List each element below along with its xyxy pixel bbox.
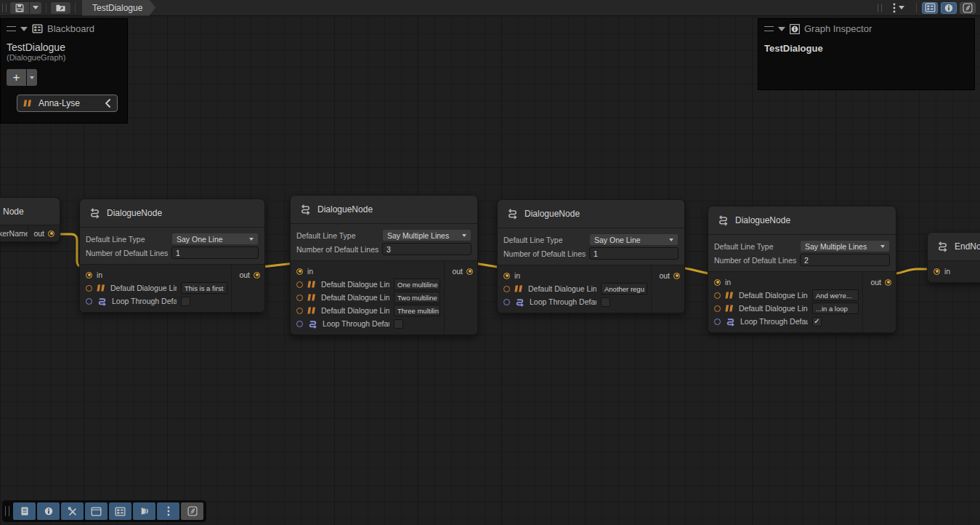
out-port-label: out [870,278,881,286]
number-of-lines-field[interactable]: 1 [589,247,679,260]
dialogue-line-field[interactable]: ...in a loop [812,302,859,314]
node-dialogue-3[interactable]: DialogueNodeDefault Line TypeSay One Lin… [497,199,685,313]
port-exec[interactable] [296,268,303,275]
bottom-toolbar-doc-button[interactable] [13,502,36,520]
loop-checkbox[interactable]: ✓ [812,317,822,326]
chevron-left-icon[interactable] [105,99,111,108]
drag-handle-icon[interactable] [7,26,16,31]
quill-icon [187,506,198,516]
port-label: in [307,267,313,276]
kebab-icon [167,506,170,516]
port-loop[interactable] [503,299,510,305]
in-port-label: in [944,267,950,276]
quote-icon [307,294,317,301]
tab-testdialogue[interactable]: TestDialogue [82,0,155,16]
bottom-toolbar-info-button[interactable] [37,502,60,520]
port-loop[interactable] [86,298,92,305]
port-label: Default Dialogue Line 1 [739,291,808,300]
dialogue-line-field[interactable]: Two multiline [394,292,440,303]
toggle-graph-inspector-button[interactable] [941,2,957,14]
node-body: inDefault Dialogue LineThis is a firstLo… [80,264,264,312]
node-dialogue-2[interactable]: DialogueNodeDefault Line TypeSay Multipl… [290,195,478,335]
port-loop[interactable] [714,318,721,325]
toolbar-drag-handle[interactable] [878,4,882,12]
port-exec[interactable] [934,268,940,275]
graph-canvas[interactable]: NodekerNameoutDialogueNodeDefault Line T… [0,0,980,525]
node-properties: Default Line TypeSay One LineNumber of D… [498,228,684,265]
line-type-dropdown[interactable]: Say Multiple Lines [382,229,471,241]
blackboard-item-anna-lyse[interactable]: Anna-Lyse [17,95,118,112]
toolbar-drag-handle[interactable] [5,506,9,516]
line-type-dropdown[interactable]: Say One Line [589,233,679,246]
dialogue-line-field[interactable]: Another regu [601,283,647,294]
port-quote[interactable] [714,292,721,299]
node-header: EndNode [928,233,980,260]
input-port-row: Default Dialogue LineThis is a first [86,281,227,294]
dialogue-line-field[interactable]: This is a first [181,282,227,294]
port-quote[interactable] [714,305,721,312]
bottom-toolbar-tools-button[interactable] [61,502,84,520]
port-exec[interactable] [714,279,721,286]
node-dialogue-4[interactable]: DialogueNodeDefault Line TypeSay Multipl… [708,206,896,333]
property-label: Default Line Type [714,242,800,251]
loop-checkbox[interactable] [601,297,610,307]
node-start[interactable]: NodekerNameout [0,197,60,242]
dialogue-line-field[interactable]: And we're... [812,289,859,301]
collapse-triangle-icon[interactable] [20,27,28,31]
toggle-blackboard-button[interactable] [922,2,938,14]
port-quote[interactable] [296,308,303,314]
blackboard-icon [32,24,43,33]
node-properties: Default Line TypeSay Multiple LinesNumbe… [708,234,896,271]
options-button[interactable] [886,2,911,14]
line-type-dropdown[interactable]: Say Multiple Lines [800,240,890,252]
toggle-quill-button[interactable] [960,2,976,14]
bottom-toolbar-options-button[interactable] [157,502,179,520]
port-quote[interactable] [296,294,303,301]
dialogue-line-field[interactable]: Three multilin [394,305,440,316]
port-exec[interactable] [466,268,473,275]
open-asset-button[interactable] [51,2,70,14]
node-end[interactable]: EndNodein [927,232,980,283]
bottom-toolbar-quill-button[interactable] [181,502,203,520]
bottom-toolbar-fade-button[interactable] [133,502,155,520]
property-row: Number of Default Lines3 [296,243,471,255]
number-of-lines-field[interactable]: 2 [800,254,890,266]
add-variable-options-button[interactable] [27,69,37,86]
port-exec[interactable] [503,273,510,279]
line-type-dropdown[interactable]: Say One Line [171,233,259,245]
port-exec[interactable] [673,273,680,279]
save-button[interactable] [10,2,29,14]
bottom-toolbar-window-button[interactable] [85,502,108,520]
dropdown-value: Say One Line [177,235,223,244]
bottom-toolbar-blackboard-button[interactable] [109,502,131,520]
port-quote[interactable] [503,286,510,292]
collapse-triangle-icon[interactable] [778,27,785,31]
drag-handle-icon[interactable] [764,26,774,31]
port-exec[interactable] [885,279,891,286]
quill-icon [963,3,973,13]
dialogue-line-field[interactable]: One multiline [394,278,440,290]
speaker-name-label: kerName [0,225,28,241]
port-exec[interactable] [48,231,54,237]
property-label: Default Line Type [503,236,589,244]
number-of-lines-field[interactable]: 3 [382,243,471,255]
port-loop[interactable] [296,321,303,327]
port-exec[interactable] [86,272,92,278]
node-body: inDefault Dialogue LineAnother reguLoop … [498,265,684,313]
port-label: Loop Through Default Lines? [323,319,389,328]
port-exec[interactable] [254,272,260,278]
port-quote[interactable] [296,281,303,288]
number-of-lines-field[interactable]: 1 [171,247,259,259]
add-variable-button[interactable]: + [7,69,26,86]
input-port-row: in [714,276,859,289]
node-dialogue-1[interactable]: DialogueNodeDefault Line TypeSay One Lin… [79,199,265,313]
toolbar-drag-handle[interactable] [2,4,7,12]
loop-checkbox[interactable] [394,319,403,329]
loop-checkbox[interactable] [181,297,190,306]
save-options-button[interactable] [30,2,41,14]
port-label: in [97,270,102,279]
port-quote[interactable] [86,285,92,292]
node-header: Node [0,198,60,225]
blackboard-header[interactable]: Blackboard [1,19,127,37]
graph-inspector-header[interactable]: Graph Inspector [758,19,974,37]
